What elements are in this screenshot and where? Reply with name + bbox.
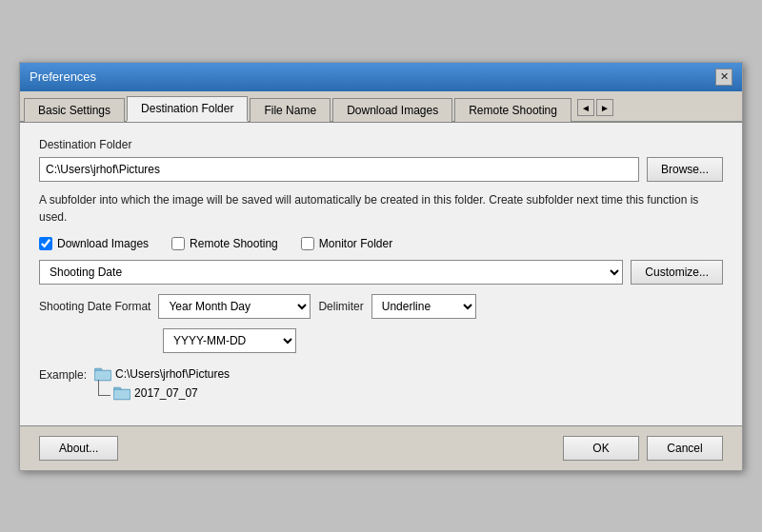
checkbox-row: Download Images Remote Shooting Monitor … — [39, 237, 723, 250]
example-child-folder: 2017_07_07 — [94, 385, 230, 401]
download-images-checkbox[interactable] — [39, 237, 52, 250]
title-bar: Preferences ✕ — [20, 63, 742, 91]
browse-button[interactable]: Browse... — [647, 157, 723, 182]
sub-format-row: YYYY-MM-DD MM-DD-YYYY DD-MM-YYYY — [39, 328, 723, 353]
tab-destination-folder[interactable]: Destination Folder — [127, 96, 248, 122]
monitor-folder-checkbox-label[interactable]: Monitor Folder — [301, 237, 392, 250]
example-path: C:\Users\jrhof\Pictures — [115, 367, 230, 381]
tab-file-name[interactable]: File Name — [250, 98, 331, 122]
dialog-title: Preferences — [30, 69, 96, 84]
tab-scroll-right[interactable]: ► — [596, 99, 613, 116]
bottom-bar: About... OK Cancel — [20, 425, 742, 470]
svg-rect-2 — [95, 371, 110, 380]
bottom-right-buttons: OK Cancel — [563, 436, 723, 461]
subfolder-dropdown[interactable]: Shooting Date Shot Date Custom — [39, 260, 623, 285]
date-format-dropdown[interactable]: Year Month Day Day Month Year Month Day … — [158, 294, 311, 319]
format-row: Shooting Date Format Year Month Day Day … — [39, 294, 723, 319]
tab-bar: Basic Settings Destination Folder File N… — [20, 91, 742, 123]
info-text: A subfolder into which the image will be… — [39, 191, 723, 226]
path-row: Browse... — [39, 157, 723, 182]
title-bar-buttons: ✕ — [715, 69, 732, 86]
tab-scroll-left[interactable]: ◄ — [577, 99, 594, 116]
section-label: Destination Folder — [39, 138, 723, 151]
download-images-label: Download Images — [57, 237, 149, 250]
folder-tree: C:\Users\jrhof\Pictures 2017_07_07 — [94, 366, 230, 401]
tab-content: Destination Folder Browse... A subfolder… — [20, 123, 742, 425]
sub-format-dropdown[interactable]: YYYY-MM-DD MM-DD-YYYY DD-MM-YYYY — [163, 328, 296, 353]
svg-rect-4 — [113, 387, 121, 390]
format-label: Shooting Date Format — [39, 300, 150, 313]
tab-basic-settings[interactable]: Basic Settings — [24, 98, 125, 122]
example-section: Example: C:\Users\jrhof\Pictures — [39, 366, 723, 401]
tab-scroll-buttons: ◄ ► — [577, 99, 613, 116]
subfolder-dropdown-row: Shooting Date Shot Date Custom Customize… — [39, 260, 723, 285]
remote-shooting-checkbox-label[interactable]: Remote Shooting — [171, 237, 278, 250]
preferences-dialog: Preferences ✕ Basic Settings Destination… — [19, 62, 743, 471]
svg-rect-5 — [114, 390, 130, 399]
example-label: Example: — [39, 366, 87, 382]
example-parent-folder: C:\Users\jrhof\Pictures — [94, 366, 230, 382]
delimiter-dropdown[interactable]: Underline Hyphen None — [371, 294, 476, 319]
customize-button[interactable]: Customize... — [631, 260, 723, 285]
monitor-folder-label: Monitor Folder — [319, 237, 392, 250]
about-button[interactable]: About... — [39, 436, 118, 461]
download-images-checkbox-label[interactable]: Download Images — [39, 237, 149, 250]
folder-icon-child — [113, 385, 130, 401]
monitor-folder-checkbox[interactable] — [301, 237, 314, 250]
cancel-button[interactable]: Cancel — [647, 436, 723, 461]
remote-shooting-label: Remote Shooting — [190, 237, 278, 250]
close-button[interactable]: ✕ — [715, 69, 732, 86]
tab-download-images[interactable]: Download Images — [332, 98, 452, 122]
example-subfolder: 2017_07_07 — [134, 386, 198, 400]
svg-rect-1 — [94, 368, 102, 371]
ok-button[interactable]: OK — [563, 436, 639, 461]
destination-path-input[interactable] — [39, 157, 639, 182]
tab-remote-shooting[interactable]: Remote Shooting — [454, 98, 572, 122]
delimiter-label: Delimiter — [318, 300, 363, 313]
remote-shooting-checkbox[interactable] — [171, 237, 185, 250]
